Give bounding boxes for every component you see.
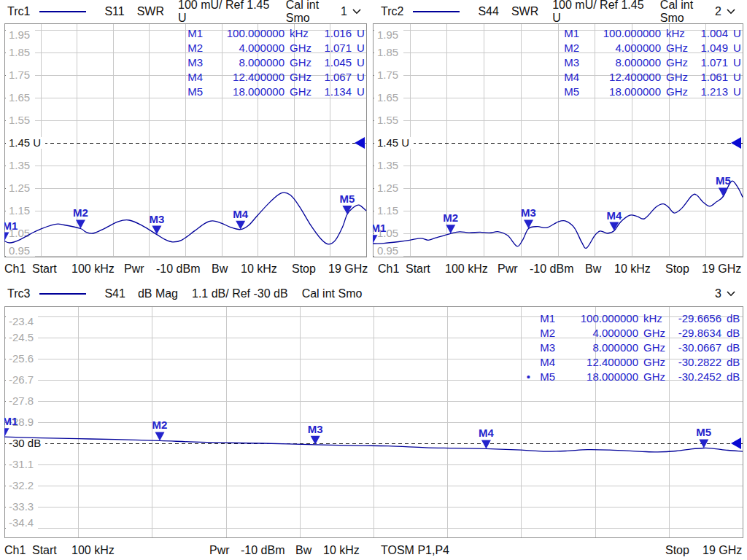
window3-number: 3 [715, 287, 721, 300]
marker-table-cell: M5 [532, 370, 555, 384]
marker-M4[interactable] [481, 440, 491, 448]
channel1-stimulus-row-left: Ch1Start100 kHzPwr-10 dBmBw10 kHzStop19 … [0, 257, 374, 280]
marker-table-cell: M4 [179, 70, 203, 85]
y-tick-label: 1.85 [377, 46, 398, 58]
chevron-down-icon [352, 9, 361, 15]
marker-table-cell: 4.000000 [203, 41, 285, 55]
y-tick-label: 0.95 [9, 244, 30, 257]
marker-table-cell: U [728, 85, 741, 99]
marker-table-cell [522, 311, 532, 326]
marker-table-cell: 1.061 [690, 70, 728, 85]
marker-label-M4: M4 [606, 209, 622, 222]
marker-label-M5: M5 [696, 426, 711, 438]
trace1-header: Trc1 S11 SWR 100 mU/ Ref 1.45 U Cal int … [0, 0, 373, 23]
marker-table-cell: M3 [556, 55, 579, 70]
marker-M3[interactable] [152, 226, 161, 235]
marker-table-cell: 18.000000 [555, 370, 638, 384]
marker-label-M1: M1 [373, 222, 386, 234]
window3-select-button[interactable]: 3 [715, 287, 735, 300]
marker-table-cell: 1.049 [690, 41, 728, 55]
stimulus-label: 19 GHz [703, 544, 742, 557]
trace1-format: SWR [137, 5, 164, 18]
marker-table-cell: • [522, 370, 532, 384]
marker-table-cell: U [352, 70, 365, 85]
trace2-plot-area[interactable]: 1.951.851.751.651.551.45 U1.351.251.151.… [373, 23, 743, 257]
y-tick-label: 1.35 [9, 159, 30, 171]
marker-label-M4: M4 [479, 427, 494, 439]
marker-table-cell: -30.2452 [669, 370, 721, 384]
marker-table-cell [171, 26, 179, 41]
marker-table-cell: 1.071 [690, 55, 728, 70]
ref-level-label: 1.45 U [377, 136, 409, 149]
ref-level-arrow-icon[interactable] [731, 137, 741, 149]
stimulus-label: 10 kHz [241, 262, 277, 276]
trace2-label[interactable]: Trc2 [381, 5, 403, 18]
marker-table-cell: GHz [638, 326, 669, 341]
stimulus-label: 10 kHz [614, 262, 651, 276]
marker-table-cell: M4 [556, 70, 579, 85]
y-tick-label: 1.35 [377, 159, 398, 171]
marker-table-cell: kHz [661, 26, 690, 41]
stimulus-label: 100 kHz [445, 262, 488, 276]
marker-table-cell: 18.000000 [203, 85, 285, 99]
stimulus-label: -10 dBm [241, 544, 285, 557]
trace2-cal-status: Cal int Smo [660, 0, 715, 25]
window2-select-button[interactable]: 2 [715, 5, 735, 18]
marker-M2[interactable] [155, 432, 165, 440]
stimulus-label: Stop [665, 262, 689, 276]
trace1-scale: 100 mU/ Ref 1.45 U [178, 0, 272, 25]
marker-table-cell [547, 85, 556, 99]
marker-table-cell: 12.400000 [555, 355, 638, 370]
marker-table-cell: M1 [556, 26, 579, 41]
trace2-format: SWR [511, 5, 538, 18]
marker-table-cell: dB [721, 355, 739, 370]
marker-table-cell: GHz [661, 70, 690, 85]
ref-level-arrow-icon[interactable] [355, 137, 365, 149]
channel1-stimulus-row-bottom: Ch1Start100 kHzPwr-10 dBmBw10 kHzTOSM P1… [0, 538, 747, 560]
marker-table-cell: GHz [285, 55, 314, 70]
marker-table-cell: 8.000000 [555, 341, 638, 355]
marker-M3[interactable] [311, 436, 320, 445]
stimulus-label: Ch1 [378, 262, 399, 276]
ref-level-label: -30 dB [9, 437, 41, 449]
marker-table-cell: M3 [532, 341, 555, 355]
marker-table-cell [547, 70, 556, 85]
trace1-label[interactable]: Trc1 [7, 5, 30, 18]
trace3-label[interactable]: Trc3 [7, 287, 30, 300]
window1-select-button[interactable]: 1 [341, 5, 361, 18]
marker-table-cell: U [352, 41, 365, 55]
trace3-plot-area[interactable]: -23.4-24.5-25.6-26.7-27.8-28.9-30 dB-31.… [4, 306, 743, 538]
marker-table-cell: -29.8634 [669, 326, 721, 341]
y-tick-label: 1.95 [9, 28, 30, 41]
trace1-plot-area[interactable]: 1.951.851.751.651.551.45 U1.351.251.151.… [4, 23, 367, 257]
marker-table-cell: -30.2822 [669, 355, 721, 370]
marker-table-cell: M3 [179, 55, 203, 70]
marker-table-cell: GHz [661, 41, 690, 55]
marker-table-cell: 1.134 [314, 85, 352, 99]
ref-level-arrow-icon[interactable] [731, 438, 741, 449]
marker-table-cell [171, 41, 179, 55]
marker-table-cell [171, 55, 179, 70]
stimulus-label: 10 kHz [323, 544, 360, 557]
trace1-sparam: S11 [104, 5, 124, 18]
marker-table-cell: GHz [638, 341, 669, 355]
marker-table-cell: 1.213 [690, 85, 728, 99]
marker-label-M2: M2 [73, 206, 88, 219]
marker-table-cell: kHz [285, 26, 314, 41]
vna-screen: Trc1 S11 SWR 100 mU/ Ref 1.45 U Cal int … [0, 0, 747, 560]
marker-label-M4: M4 [233, 208, 248, 220]
marker-table-cell: GHz [638, 370, 669, 384]
marker-table-cell: U [728, 55, 741, 70]
marker-table-cell: dB [721, 326, 739, 341]
marker-table-cell: U [352, 26, 365, 41]
marker-M5[interactable] [719, 187, 728, 196]
y-tick-label: -26.7 [9, 373, 34, 386]
trace3-format: dB Mag [138, 287, 178, 300]
y-tick-label: -32.2 [9, 479, 34, 491]
marker-label-M3: M3 [521, 206, 536, 219]
marker-table-cell: 1.045 [314, 55, 352, 70]
y-tick-label: -31.1 [9, 458, 34, 470]
marker-table-cell: M1 [532, 311, 555, 326]
stimulus-label: Ch1 [4, 262, 26, 276]
y-tick-label: 0.95 [377, 244, 398, 257]
